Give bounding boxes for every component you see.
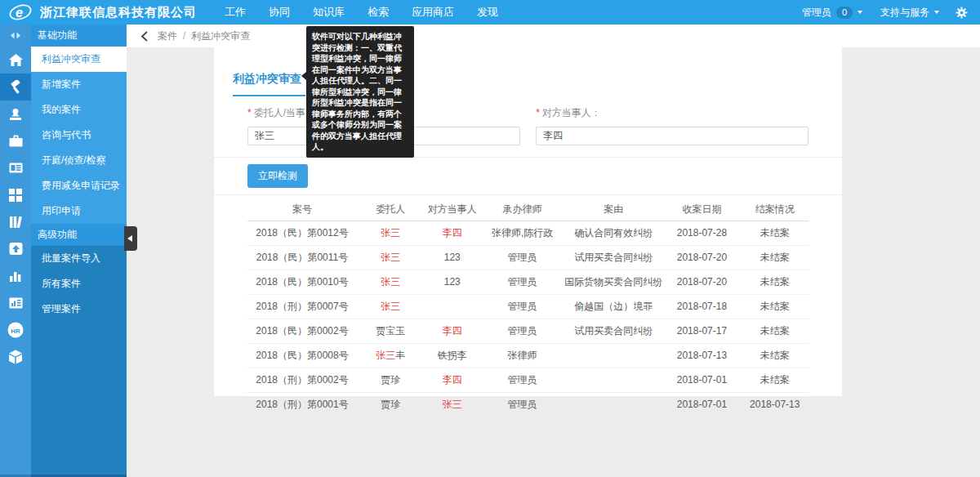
table-row[interactable]: 2018（民）第0012号 张三 李四 张律师,陈行政 确认合同有效纠纷 201… (247, 221, 808, 245)
conflict-info-tooltip: 软件可对以下几种利益冲突进行检测：一、双重代理型利益冲突，同一律师在同一案件中为… (306, 26, 414, 158)
sidebar-icon-package[interactable] (0, 343, 31, 370)
library-icon (9, 216, 23, 228)
sidebar-icon-import[interactable] (0, 235, 31, 262)
content-area: 利益冲突审查! *委托人/当事人： *对方当事人： 立即检测 (127, 47, 980, 477)
sidebar-item-my-cases[interactable]: 我的案件 (31, 97, 127, 123)
upload-box-icon (9, 243, 23, 255)
sidebar-item-seal-apply[interactable]: 用印申请 (31, 198, 127, 224)
required-asterisk: * (247, 107, 252, 118)
chevron-down-icon (858, 11, 862, 14)
sidebar-item-consult[interactable]: 咨询与代书 (31, 123, 127, 148)
breadcrumb-section[interactable]: 案件 (158, 29, 177, 43)
report-icon (9, 297, 23, 309)
sidebar-section-basic[interactable]: 基础功能 (31, 25, 127, 47)
back-button[interactable] (140, 31, 148, 42)
sidebar-collapse-arrows[interactable] (0, 25, 31, 47)
sidebar-item-conflict-review[interactable]: 利益冲突审查 (31, 47, 127, 72)
col-lawyer: 承办律师 (480, 198, 564, 221)
chevron-left-icon (140, 31, 148, 42)
sidebar-menu: 基础功能 利益冲突审查 新增案件 我的案件 咨询与代书 开庭/侦查/检察 费用减… (31, 25, 127, 477)
id-card-icon (9, 163, 23, 173)
opponent-input[interactable] (536, 127, 808, 145)
table-row[interactable]: 2018（刑）第0001号 贾珍 张三 管理员 2018-07-01 2018-… (247, 392, 808, 417)
home-icon (9, 54, 23, 66)
app-logo-icon[interactable]: e (8, 2, 33, 22)
breadcrumb-separator: / (183, 30, 185, 42)
results-table: 案号 委托人 对方当事人 承办律师 案由 收案日期 结案情况 2018（民）第0… (247, 198, 808, 417)
topbar-right: 管理员 0 支持与服务 (793, 6, 980, 20)
sidebar-icon-column: HR (0, 25, 31, 477)
sidebar: HR 基础功能 利益冲突审查 新增案件 我的案件 咨询与代书 开庭/侦查/检察 … (0, 25, 127, 477)
support-label: 支持与服务 (880, 6, 929, 20)
sidebar-item-batch-import[interactable]: 批量案件导入 (31, 246, 127, 271)
topmenu-work[interactable]: 工作 (213, 0, 257, 25)
table-row[interactable]: 2018（民）第0002号 贾宝玉 李四 管理员 试用买卖合同纠纷 2018-0… (247, 319, 808, 343)
grid-icon (9, 189, 22, 202)
required-asterisk: * (536, 107, 540, 118)
package-icon (8, 350, 23, 364)
notification-badge: 0 (836, 7, 853, 19)
col-cause: 案由 (564, 198, 662, 221)
gear-icon (956, 7, 968, 19)
col-status: 结案情况 (742, 198, 808, 221)
user-menu[interactable]: 管理员 0 (793, 6, 871, 20)
divider (214, 194, 842, 195)
opponent-field-group: *对方当事人： (536, 106, 808, 145)
settings-button[interactable] (948, 7, 980, 19)
tooltip-text: 软件可对以下几种利益冲突进行检测：一、双重代理型利益冲突，同一律师在同一案件中为… (312, 32, 402, 151)
sidebar-advanced-items: 批量案件导入 所有案件 管理案件 (31, 246, 127, 477)
svg-text:HR: HR (11, 327, 20, 334)
sidebar-icon-business[interactable] (0, 127, 31, 154)
sidebar-icon-library[interactable] (0, 208, 31, 235)
sidebar-item-all-cases[interactable]: 所有案件 (31, 271, 127, 296)
sidebar-icon-reports[interactable] (0, 289, 31, 316)
sidebar-item-manage-cases[interactable]: 管理案件 (31, 296, 127, 322)
sidebar-icon-cases[interactable] (0, 74, 31, 100)
sidebar-item-new-case[interactable]: 新增案件 (31, 72, 127, 97)
topmenu-knowledge[interactable]: 知识库 (301, 0, 356, 25)
col-date: 收案日期 (662, 198, 741, 221)
collapse-left-icon (127, 235, 132, 242)
topmenu-search[interactable]: 检索 (356, 0, 400, 25)
sidebar-icon-stats[interactable] (0, 262, 31, 289)
topmenu-collab[interactable]: 协同 (257, 0, 301, 25)
table-header-row: 案号 委托人 对方当事人 承办律师 案由 收案日期 结案情况 (247, 198, 808, 221)
chevron-down-icon (934, 11, 939, 14)
hr-badge-icon: HR (7, 322, 24, 338)
sidebar-item-fee-waiver[interactable]: 费用减免申请记录 (31, 173, 127, 198)
sidebar-icon-apps[interactable] (0, 181, 31, 208)
sidebar-icon-hr[interactable]: HR (0, 316, 31, 343)
sidebar-item-hearing[interactable]: 开庭/侦查/检察 (31, 148, 127, 173)
sidebar-collapse-handle[interactable] (124, 226, 137, 251)
table-row[interactable]: 2018（民）第0008号 张三丰 铁拐李 张律师 2018-07-13 未结案 (247, 343, 808, 368)
logo-letter: e (16, 6, 23, 20)
opponent-field-label: *对方当事人： (536, 106, 808, 120)
topbar-menu: 工作 协同 知识库 检索 应用商店 发现 (213, 0, 510, 25)
collapse-arrows-icon (9, 32, 22, 39)
tab-conflict-review[interactable]: 利益冲突审查 (233, 72, 305, 96)
col-case-no: 案号 (247, 198, 357, 221)
col-opponent: 对方当事人 (424, 198, 480, 221)
gavel-icon (8, 80, 23, 95)
bar-chart-icon (9, 270, 22, 282)
table-row[interactable]: 2018（刑）第0002号 贾珍 李四 管理员 2018-07-01 未结案 (247, 368, 808, 392)
button-row: 立即检测 (214, 158, 842, 194)
company-name: 浙江律联信息科技有限公司 (40, 5, 197, 20)
sidebar-icon-home[interactable] (0, 47, 31, 74)
detect-now-button[interactable]: 立即检测 (247, 164, 308, 188)
col-client: 委托人 (357, 198, 424, 221)
user-label: 管理员 (802, 6, 831, 20)
topmenu-appstore[interactable]: 应用商店 (400, 0, 466, 25)
briefcase-icon (9, 135, 23, 147)
table-row[interactable]: 2018（民）第0011号 张三 123 管理员 试用买卖合同纠纷 2018-0… (247, 245, 808, 270)
sidebar-section-advanced[interactable]: 高级功能 (31, 224, 127, 246)
table-row[interactable]: 2018（刑）第0007号 张三 管理员 偷越国（边）境罪 2018-07-18… (247, 294, 808, 319)
breadcrumb-current: 利益冲突审查 (191, 29, 250, 43)
table-row[interactable]: 2018（民）第0010号 张三 123 管理员 国际货物买卖合同纠纷 2018… (247, 270, 808, 294)
main-area: 案件 / 利益冲突审查 利益冲突审查! *委托人/当事人： *对方当事人： 立即… (127, 25, 980, 477)
topmenu-discover[interactable]: 发现 (466, 0, 510, 25)
breadcrumb: 案件 / 利益冲突审查 (127, 25, 980, 47)
sidebar-icon-contacts[interactable] (0, 154, 31, 181)
support-menu[interactable]: 支持与服务 (871, 6, 948, 20)
sidebar-icon-seal[interactable] (0, 100, 31, 127)
